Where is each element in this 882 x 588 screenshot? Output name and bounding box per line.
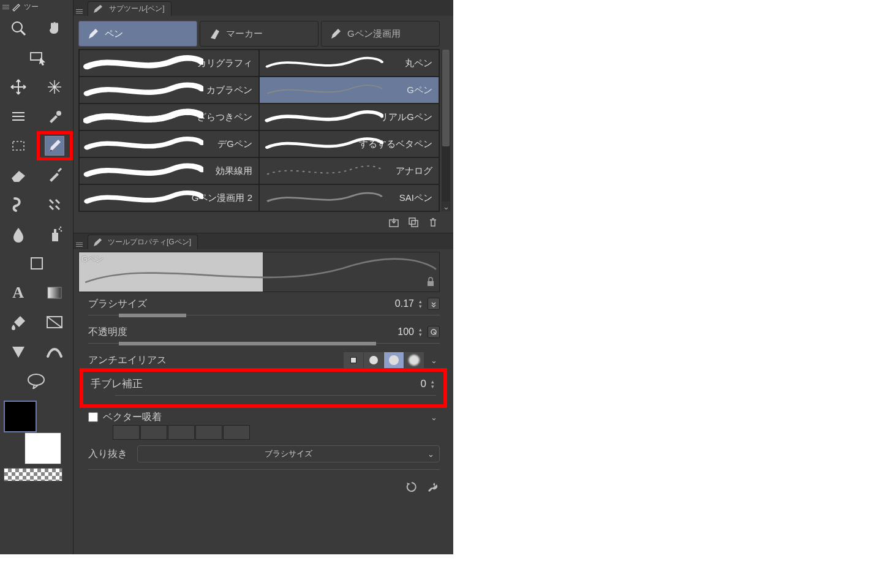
- svg-rect-13: [409, 218, 415, 224]
- stabilize-slider[interactable]: [115, 393, 436, 398]
- eraser-tool[interactable]: [0, 160, 37, 190]
- reset-icon[interactable]: [405, 481, 418, 495]
- fill-tool[interactable]: [0, 307, 37, 337]
- preview-label: Gペン: [81, 254, 104, 265]
- chevron-down-icon[interactable]: ⌄: [428, 354, 440, 366]
- foreground-color[interactable]: [4, 401, 37, 432]
- row-opacity: 不透明度 100 ▴▾: [88, 325, 440, 349]
- brush-list-scrollbar[interactable]: ⌄: [442, 50, 450, 211]
- brush-item[interactable]: 効果線用: [79, 157, 259, 184]
- lock-icon[interactable]: [426, 277, 435, 288]
- inout-select[interactable]: ブラシサイズ ⌄: [137, 445, 440, 462]
- brush-item[interactable]: Gペン漫画用 2: [79, 184, 259, 211]
- pen-tool-highlighted[interactable]: [37, 131, 74, 160]
- move-tool[interactable]: [0, 72, 37, 102]
- marquee-tool[interactable]: [0, 131, 37, 160]
- antialias-options: [344, 352, 424, 368]
- brush-item[interactable]: 丸ペン: [259, 50, 439, 77]
- svg-point-0: [12, 22, 22, 32]
- stabilize-value[interactable]: 0: [421, 378, 426, 390]
- pen-header-icon: [10, 1, 21, 12]
- brush-size-value[interactable]: 0.17: [395, 298, 414, 309]
- aa-option-mid[interactable]: [384, 352, 404, 368]
- menu-icon[interactable]: [75, 7, 84, 16]
- hand-tool[interactable]: [37, 13, 74, 43]
- import-icon[interactable]: [387, 216, 401, 229]
- tool-palette: ツー: [0, 0, 74, 554]
- row-inout: 入り抜き ブラシサイズ ⌄: [88, 447, 440, 463]
- svg-point-7: [60, 227, 62, 228]
- opacity-value[interactable]: 100: [398, 326, 414, 337]
- brush-item[interactable]: SAIペン: [259, 184, 439, 211]
- polygon-tool[interactable]: [0, 337, 37, 366]
- opacity-slider[interactable]: [88, 341, 440, 346]
- frame-tool[interactable]: [37, 307, 74, 337]
- app-window: ツー: [0, 0, 453, 554]
- brush-tool[interactable]: [37, 160, 74, 190]
- spray-tool[interactable]: [37, 219, 74, 249]
- brush-item[interactable]: アナログ: [259, 157, 439, 184]
- chevron-down-icon[interactable]: ⌄: [428, 411, 440, 423]
- tool-panel-title: ツー: [24, 2, 39, 12]
- svg-point-11: [28, 374, 44, 385]
- tool-property-panel: ツールプロパティ[Gペン] Gペン ブラシサイズ 0.17 ▴▾: [74, 233, 453, 495]
- tab-gpen-manga[interactable]: Gペン漫画用: [321, 21, 440, 47]
- svg-rect-14: [412, 221, 418, 227]
- trash-icon[interactable]: [426, 216, 440, 229]
- text-tool[interactable]: A: [0, 278, 37, 307]
- menu-icon[interactable]: [1, 2, 10, 12]
- wrench-icon[interactable]: [426, 481, 439, 495]
- subtool-panel-tab[interactable]: サブツール[ペン]: [88, 1, 172, 16]
- svg-point-5: [59, 228, 61, 230]
- transparent-color[interactable]: [4, 468, 62, 481]
- scrollbar-thumb[interactable]: [442, 50, 450, 146]
- svg-rect-4: [54, 229, 56, 233]
- brush-item[interactable]: リアルGペン: [259, 104, 439, 130]
- eyedropper-tool[interactable]: [37, 102, 74, 131]
- property-panel-title: ツールプロパティ[Gペン]: [108, 237, 191, 247]
- row-antialias: アンチエイリアス ⌄: [88, 353, 440, 367]
- row-brush-size: ブラシサイズ 0.17 ▴▾: [88, 297, 440, 320]
- chevron-down-icon[interactable]: ⌄: [442, 202, 450, 211]
- aa-option-none[interactable]: [344, 352, 363, 368]
- correct-line-tool[interactable]: [37, 337, 74, 366]
- expand-icon[interactable]: [428, 298, 440, 310]
- tool-panel-header: ツー: [0, 0, 73, 13]
- spinner-icon[interactable]: ▴▾: [417, 299, 424, 309]
- tab-marker[interactable]: マーカー: [200, 21, 318, 47]
- decoration-tool[interactable]: [37, 190, 74, 219]
- link-icon[interactable]: [428, 326, 440, 338]
- brush-item[interactable]: ざらつきペン: [79, 104, 259, 130]
- shape-tool[interactable]: [0, 249, 73, 278]
- operation-tool[interactable]: [0, 43, 73, 72]
- aa-option-weak[interactable]: [364, 352, 383, 368]
- duplicate-icon[interactable]: [407, 216, 420, 229]
- aa-option-strong[interactable]: [404, 352, 424, 368]
- gradient-tool[interactable]: [37, 278, 74, 307]
- menu-icon[interactable]: [75, 240, 84, 249]
- spinner-icon[interactable]: ▴▾: [417, 327, 424, 337]
- svg-rect-15: [428, 281, 434, 286]
- sparkle-tool[interactable]: [37, 72, 74, 102]
- paint-tool[interactable]: [0, 190, 37, 219]
- blend-tool[interactable]: [0, 219, 37, 249]
- brush-list-actions: [74, 212, 453, 233]
- row-stabilization-highlighted: 手ブレ補正 0 ▴▾: [80, 368, 447, 408]
- vector-snap-checkbox[interactable]: [88, 412, 98, 422]
- tool-grid: A: [0, 13, 73, 396]
- vector-snap-segments[interactable]: [113, 425, 440, 440]
- lines-tool[interactable]: [0, 102, 37, 131]
- tab-pen[interactable]: ペン: [78, 21, 197, 47]
- brush-item-selected[interactable]: Gペン: [259, 77, 439, 104]
- spinner-icon[interactable]: ▴▾: [429, 379, 436, 389]
- brush-item[interactable]: デGペン: [79, 130, 259, 157]
- brush-size-slider[interactable]: [88, 313, 440, 318]
- background-color[interactable]: [24, 432, 61, 464]
- magnifier-tool[interactable]: [0, 13, 37, 43]
- brush-item[interactable]: するするベタペン: [259, 130, 439, 157]
- property-panel-tab[interactable]: ツールプロパティ[Gペン]: [88, 235, 198, 249]
- brush-item[interactable]: カリグラフィ: [79, 50, 259, 77]
- right-column: サブツール[ペン] ペン マーカー Gペン漫画用 カリグラフィ 丸ペン: [74, 0, 453, 554]
- brush-item[interactable]: カブラペン: [79, 77, 259, 104]
- balloon-tool[interactable]: [0, 366, 73, 396]
